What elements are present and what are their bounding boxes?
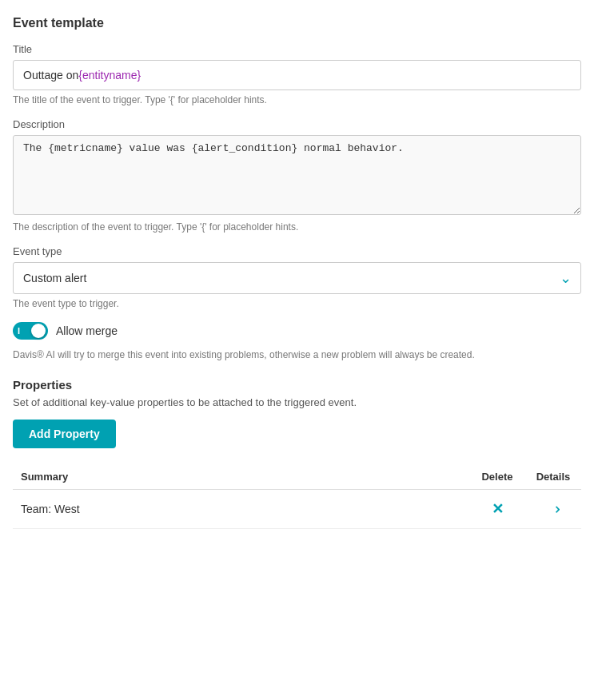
allow-merge-label: Allow merge <box>56 324 118 337</box>
chevron-right-icon[interactable]: ⌄ <box>544 503 563 516</box>
properties-table: Summary Delete Details Team: West ✕ ⌄ <box>13 464 581 529</box>
toggle-thumb <box>31 324 46 338</box>
col-header-delete: Delete <box>469 464 525 490</box>
description-label: Description <box>13 118 581 130</box>
description-input[interactable]: The {metricname} value was {alert_condit… <box>13 135 581 215</box>
add-property-button[interactable]: Add Property <box>13 420 116 448</box>
table-header-row: Summary Delete Details <box>13 464 581 490</box>
title-hint: The title of the event to trigger. Type … <box>13 94 581 105</box>
allow-merge-toggle[interactable]: I <box>13 322 48 340</box>
toggle-on-label: I <box>18 326 20 336</box>
table-row: Team: West ✕ ⌄ <box>13 490 581 529</box>
description-hint: The description of the event to trigger.… <box>13 221 581 233</box>
event-type-hint: The event type to trigger. <box>13 298 581 309</box>
description-field-group: Description The {metricname} value was {… <box>13 118 581 233</box>
properties-section: Properties Set of additional key-value p… <box>13 378 581 529</box>
allow-merge-hint: Davis® AI will try to merge this event i… <box>13 348 581 362</box>
event-type-label: Event type <box>13 245 581 257</box>
properties-hint: Set of additional key-value properties t… <box>13 396 581 408</box>
col-header-summary: Summary <box>13 464 469 490</box>
title-field-group: Title Outtage on {entityname} The title … <box>13 43 581 105</box>
section-title: Event template <box>13 16 581 30</box>
title-label: Title <box>13 43 581 55</box>
allow-merge-section: I Allow merge Davis® AI will try to merg… <box>13 322 581 362</box>
title-text-prefix: Outtage on <box>23 69 78 82</box>
delete-icon[interactable]: ✕ <box>492 501 504 517</box>
event-type-select-wrapper: Custom alertAvailability eventError even… <box>13 262 581 294</box>
event-type-select[interactable]: Custom alertAvailability eventError even… <box>13 262 581 294</box>
col-header-details: Details <box>525 464 581 490</box>
properties-title: Properties <box>13 378 581 392</box>
event-type-field-group: Event type Custom alertAvailability even… <box>13 245 581 309</box>
title-placeholder-var: {entityname} <box>78 69 141 82</box>
row-delete-cell: ✕ <box>469 490 525 529</box>
row-details-cell: ⌄ <box>525 490 581 529</box>
row-summary: Team: West <box>13 490 469 529</box>
title-input[interactable]: Outtage on {entityname} <box>13 60 581 90</box>
